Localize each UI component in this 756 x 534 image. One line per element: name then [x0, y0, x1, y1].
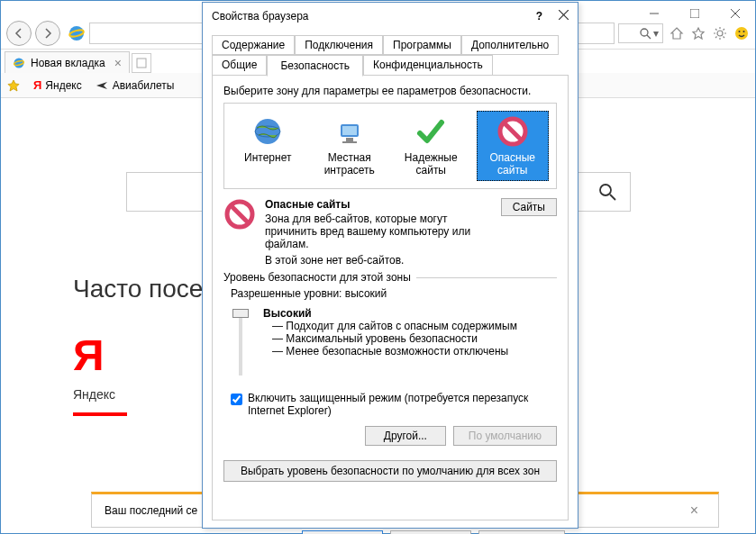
dialog-close-button[interactable]	[559, 10, 569, 23]
ie-logo-icon	[68, 24, 86, 42]
security-level-legend: Уровень безопасности для этой зоны	[223, 271, 416, 284]
back-button[interactable]	[6, 21, 32, 46]
default-level-button[interactable]: По умолчанию	[453, 426, 557, 446]
sites-button[interactable]: Сайты	[501, 198, 557, 216]
apply-button[interactable]: Применить	[478, 530, 565, 534]
favorites-star-icon[interactable]	[690, 25, 706, 41]
svg-line-24	[610, 195, 615, 200]
svg-line-13	[715, 29, 717, 31]
banner-close-icon[interactable]: ×	[683, 502, 706, 519]
checkmark-icon	[414, 115, 447, 148]
svg-point-17	[735, 27, 748, 40]
dialog-body: Выберите зону для параметры ее параметро…	[212, 75, 569, 520]
new-tab-button[interactable]	[132, 53, 151, 73]
svg-line-14	[724, 36, 725, 38]
cancel-button[interactable]: Отмена	[390, 530, 471, 534]
zone-detail: Опасные сайты Зона для веб-сайтов, котор…	[223, 198, 557, 267]
svg-point-8	[717, 31, 723, 36]
banner-text: Ваш последний се	[105, 504, 197, 517]
yandex-icon: Я	[33, 78, 41, 92]
dialog-titlebar: Свойства браузера ?	[203, 3, 578, 30]
svg-point-19	[743, 31, 745, 32]
plane-icon	[95, 78, 109, 93]
minimize-button[interactable]	[633, 1, 674, 26]
close-button[interactable]	[715, 1, 755, 26]
tab-title: Новая вкладка	[31, 57, 105, 69]
allowed-levels: Разрешенные уровни: высокий	[231, 287, 557, 300]
svg-line-15	[715, 36, 717, 38]
zone-instruction: Выберите зону для параметры ее параметро…	[223, 85, 557, 97]
security-level-slider[interactable]	[231, 307, 250, 379]
maximize-button[interactable]	[674, 1, 715, 26]
zone-internet[interactable]: Интернет	[232, 111, 304, 181]
favorites-add-button[interactable]	[6, 78, 21, 93]
zone-detail-empty: В этой зоне нет веб-сайтов.	[265, 254, 492, 267]
svg-rect-22	[137, 59, 146, 68]
window-controls	[633, 1, 755, 26]
home-icon[interactable]	[669, 25, 685, 41]
tab-general[interactable]: Общие	[212, 55, 267, 76]
protected-mode-input[interactable]	[231, 394, 242, 405]
browser-tab[interactable]: Новая вкладка ×	[5, 51, 130, 73]
globe-icon	[251, 115, 284, 148]
svg-rect-30	[342, 126, 357, 135]
tab-security[interactable]: Безопасность	[267, 55, 363, 77]
svg-rect-1	[690, 9, 699, 18]
svg-rect-32	[342, 141, 357, 143]
yandex-tile-label: Яндекс	[73, 387, 190, 402]
dialog-help-button[interactable]: ?	[536, 10, 542, 23]
level-description: Высокий — Подходит для сайтов с опасным …	[263, 307, 517, 379]
zone-selector: Интернет Местная интрасеть Надежные сайт…	[223, 103, 557, 189]
forbidden-icon	[496, 115, 529, 148]
dialog-title: Свойства браузера	[212, 10, 309, 23]
yandex-logo: Я	[73, 330, 190, 380]
ok-button[interactable]: ОК	[302, 530, 383, 534]
search-icon	[639, 27, 651, 40]
svg-point-23	[600, 185, 611, 195]
zone-detail-desc: Зона для веб-сайтов, которые могут причи…	[265, 213, 492, 250]
svg-point-27	[255, 119, 280, 144]
smiley-icon[interactable]	[733, 25, 750, 41]
zone-detail-title: Опасные сайты	[265, 198, 492, 211]
fav-yandex[interactable]: Я Яндекс	[33, 78, 82, 92]
svg-line-16	[724, 29, 725, 31]
svg-line-7	[647, 35, 651, 39]
yandex-tile[interactable]: Я Яндекс	[73, 330, 190, 416]
tab-connections[interactable]: Подключения	[295, 35, 383, 55]
tab-close-icon[interactable]: ×	[114, 56, 122, 70]
tab-programs[interactable]: Программы	[383, 35, 461, 55]
custom-level-button[interactable]: Другой...	[365, 426, 446, 446]
star-add-icon	[6, 78, 21, 93]
dialog-footer: ОК Отмена Применить	[203, 530, 578, 534]
forward-button[interactable]	[35, 21, 60, 46]
reset-all-zones-button[interactable]: Выбрать уровень безопасности по умолчани…	[223, 460, 557, 482]
ie-tab-icon	[13, 57, 25, 69]
intranet-icon	[333, 115, 366, 148]
security-level-group: Уровень безопасности для этой зоны Разре…	[223, 277, 557, 446]
svg-point-18	[739, 31, 741, 32]
tab-content[interactable]: Содержание	[212, 35, 295, 55]
tab-advanced[interactable]: Дополнительно	[461, 35, 559, 55]
zone-trusted[interactable]: Надежные сайты	[395, 111, 467, 181]
dialog-tabs: Содержание Подключения Программы Дополни…	[203, 30, 578, 76]
forbidden-icon	[223, 198, 256, 231]
internet-options-dialog: Свойства браузера ? Содержание Подключен…	[202, 2, 578, 529]
search-icon	[597, 182, 617, 202]
tab-privacy[interactable]: Конфиденциальность	[363, 55, 493, 76]
svg-rect-31	[346, 138, 353, 141]
zone-intranet[interactable]: Местная интрасеть	[314, 111, 386, 181]
svg-point-6	[641, 29, 648, 36]
tools-gear-icon[interactable]	[712, 25, 728, 41]
protected-mode-checkbox[interactable]: Включить защищенный режим (потребуется п…	[231, 392, 557, 417]
zone-restricted[interactable]: Опасные сайты	[477, 111, 549, 181]
tile-underline	[73, 412, 127, 416]
fav-avia[interactable]: Авиабилеты	[95, 78, 175, 93]
